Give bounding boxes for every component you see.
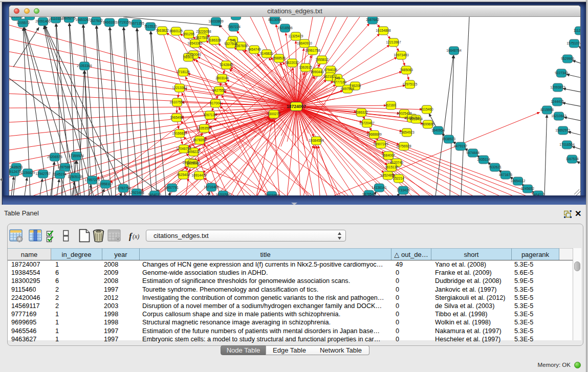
svg-text:2935114: 2935114 — [477, 158, 490, 161]
svg-text:1244415: 1244415 — [551, 100, 564, 103]
svg-text:8938923: 8938923 — [442, 137, 455, 141]
svg-text:9529966: 9529966 — [561, 57, 574, 60]
svg-text:8813054: 8813054 — [268, 18, 281, 21]
svg-text:6466160: 6466160 — [103, 20, 116, 24]
svg-text:1409948: 1409948 — [186, 162, 200, 165]
svg-text:20206576: 20206576 — [47, 155, 62, 159]
svg-text:12093873: 12093873 — [550, 85, 565, 89]
svg-text:3684067: 3684067 — [382, 154, 395, 157]
svg-text:12975115: 12975115 — [403, 82, 418, 86]
svg-text:1167534: 1167534 — [565, 157, 579, 161]
svg-text:9464112: 9464112 — [532, 193, 545, 195]
svg-text:10958107: 10958107 — [98, 182, 113, 186]
svg-text:9435051: 9435051 — [10, 165, 23, 169]
svg-text:345: 345 — [334, 76, 340, 80]
svg-text:10756928: 10756928 — [396, 144, 411, 148]
svg-text:10200586: 10200586 — [215, 193, 231, 195]
svg-text:7663822: 7663822 — [156, 29, 169, 32]
svg-text:6794028: 6794028 — [324, 68, 337, 72]
svg-text:746206: 746206 — [350, 84, 361, 87]
svg-text:8471676: 8471676 — [499, 173, 512, 177]
svg-text:3498222: 3498222 — [187, 150, 200, 154]
svg-text:17016504: 17016504 — [559, 143, 575, 146]
svg-text:1145194: 1145194 — [53, 172, 67, 176]
svg-text:1588520: 1588520 — [272, 56, 286, 60]
svg-text:16543362: 16543362 — [187, 41, 203, 45]
svg-text:15751074: 15751074 — [567, 41, 580, 45]
svg-text:9876543: 9876543 — [362, 192, 376, 195]
svg-text:2718126: 2718126 — [177, 70, 190, 74]
svg-text:8660125: 8660125 — [169, 29, 183, 33]
svg-text:13353594: 13353594 — [197, 126, 212, 130]
svg-text:17359924: 17359924 — [69, 154, 84, 158]
svg-text:8912120: 8912120 — [229, 17, 243, 17]
svg-text:7515520: 7515520 — [144, 25, 157, 28]
svg-text:9605275: 9605275 — [62, 17, 76, 20]
svg-text:10653267: 10653267 — [75, 18, 91, 21]
svg-text:19218506: 19218506 — [277, 26, 293, 30]
svg-text:9115460: 9115460 — [420, 107, 433, 111]
svg-text:2803144: 2803144 — [215, 76, 229, 80]
svg-text:12213382: 12213382 — [172, 86, 187, 90]
svg-text:1527602: 1527602 — [90, 19, 103, 23]
svg-text:16782759: 16782759 — [116, 186, 131, 190]
svg-text:7632621: 7632621 — [488, 165, 502, 169]
svg-text:9457791: 9457791 — [165, 186, 179, 189]
svg-text:17957225: 17957225 — [84, 178, 100, 182]
svg-text:1362615: 1362615 — [299, 65, 312, 69]
svg-text:891295: 891295 — [183, 32, 194, 36]
svg-text:12923468: 12923468 — [129, 191, 144, 194]
svg-text:15692971: 15692971 — [555, 128, 571, 132]
svg-text:10973493: 10973493 — [394, 53, 409, 57]
svg-text:1965498: 1965498 — [170, 116, 183, 119]
svg-text:21053346: 21053346 — [77, 64, 92, 68]
svg-text:16210643: 16210643 — [551, 114, 567, 118]
svg-text:2300273: 2300273 — [267, 112, 280, 116]
svg-text:12923468: 12923468 — [264, 193, 279, 195]
svg-text:9146821: 9146821 — [260, 52, 273, 55]
svg-text:8454749: 8454749 — [248, 48, 261, 51]
svg-text:10688609: 10688609 — [366, 133, 382, 136]
svg-text:15716485: 15716485 — [204, 185, 219, 189]
svg-text:18907249: 18907249 — [373, 142, 388, 146]
svg-text:2087682: 2087682 — [366, 18, 379, 21]
svg-text:252214: 252214 — [393, 177, 404, 180]
svg-text:4956414: 4956414 — [409, 117, 423, 121]
svg-text:9699695: 9699695 — [421, 122, 434, 126]
svg-text:8186328: 8186328 — [208, 38, 221, 42]
svg-text:6479197: 6479197 — [454, 144, 467, 148]
svg-text:5822037: 5822037 — [286, 61, 299, 64]
svg-text:6120746: 6120746 — [390, 161, 403, 164]
svg-text:16671355: 16671355 — [129, 21, 144, 25]
svg-text:16961758: 16961758 — [305, 49, 320, 52]
svg-text:7357224: 7357224 — [227, 25, 241, 29]
svg-text:12213967: 12213967 — [386, 40, 401, 44]
svg-text:9245652: 9245652 — [521, 187, 534, 190]
svg-text:9827508: 9827508 — [195, 36, 209, 39]
svg-text:9464035: 9464035 — [148, 193, 161, 195]
svg-text:2367608: 2367608 — [234, 44, 248, 48]
svg-text:7955812: 7955812 — [315, 58, 329, 61]
svg-text:10975887: 10975887 — [57, 165, 73, 169]
svg-text:(x): (x) — [133, 233, 139, 240]
svg-text:15720407: 15720407 — [359, 121, 375, 125]
svg-text:19384554: 19384554 — [309, 139, 324, 142]
svg-text:16154808: 16154808 — [376, 29, 391, 32]
svg-text:9227343: 9227343 — [555, 71, 568, 75]
svg-text:2104155: 2104155 — [23, 17, 36, 17]
svg-text:12505135: 12505135 — [68, 175, 83, 179]
svg-text:1513503: 1513503 — [10, 17, 23, 18]
svg-text:917004: 917004 — [210, 101, 221, 105]
svg-text:1733426: 1733426 — [397, 188, 410, 192]
svg-text:1615132: 1615132 — [385, 165, 398, 169]
svg-text:10025438: 10025438 — [397, 112, 412, 115]
svg-text:9474444: 9474444 — [466, 151, 480, 155]
svg-text:16648784: 16648784 — [446, 49, 462, 52]
svg-text:546: 546 — [230, 38, 235, 42]
svg-text:6497568: 6497568 — [341, 87, 354, 91]
svg-text:10654112: 10654112 — [511, 179, 526, 183]
svg-text:16107552: 16107552 — [169, 100, 185, 104]
svg-text:12942757: 12942757 — [35, 172, 51, 176]
svg-text:7485063: 7485063 — [400, 68, 413, 72]
svg-text:1112733: 1112733 — [574, 29, 580, 32]
